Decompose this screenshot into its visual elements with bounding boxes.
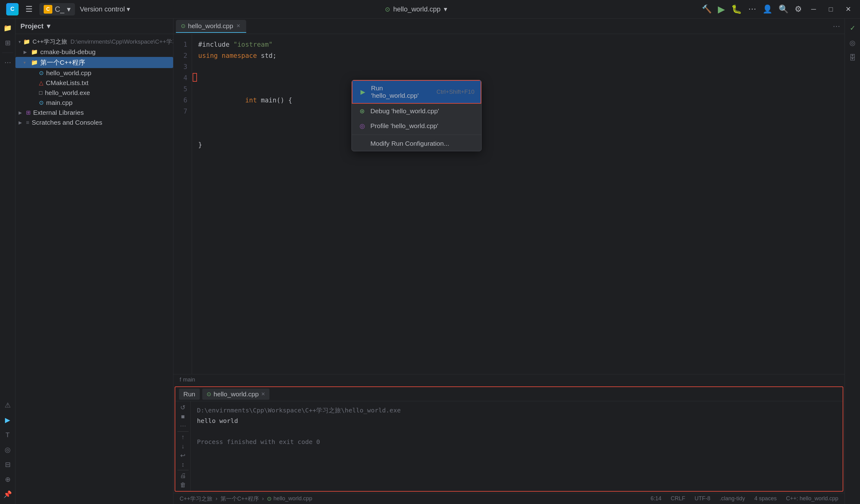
bottom-tab-close-button[interactable]: ✕: [261, 391, 265, 397]
maximize-button[interactable]: □: [825, 4, 836, 15]
project-name: C_: [55, 5, 64, 14]
menu-button[interactable]: ☰: [24, 2, 34, 16]
code-line-4: int main() {: [198, 72, 838, 117]
tab-more-button[interactable]: ⋯: [831, 20, 842, 32]
settings-button[interactable]: ⚙: [795, 4, 802, 14]
right-icon-ai[interactable]: ◎: [846, 36, 859, 49]
bottom-tab-hello[interactable]: ⊙ hello_world.cpp ✕: [202, 389, 270, 400]
tab-close-button[interactable]: ✕: [236, 23, 241, 29]
tree-item-first-prog[interactable]: ▾ 📁 第一个C++程序: [15, 57, 173, 68]
code-line-5: [198, 117, 838, 128]
print-button[interactable]: 🖨: [178, 472, 188, 479]
tree-icon-cmake-build: 📁: [31, 48, 38, 55]
tree-icon-hello-exe: □: [39, 90, 42, 96]
editor-and-panels: ⊙ hello_world.cpp ✕ ⋯ 1 2 3 4 5 6 7: [173, 18, 845, 493]
clear-button[interactable]: 🗑: [178, 481, 188, 489]
console-hello-world: hello world: [197, 416, 836, 426]
tree-item-root[interactable]: ▾ 📁 C++学习之旅 D:\envirnments\Cpp\Workspace…: [15, 36, 173, 47]
ctx-debug-item[interactable]: ⊛ Debug 'hello_world.cpp': [352, 104, 481, 118]
title-bar: C ☰ C C_ ▾ Version control ▾ ⊙ hello_wor…: [0, 0, 860, 18]
soft-wrap-button[interactable]: ↩: [178, 452, 188, 459]
ctx-modify-item[interactable]: Modify Run Configuration...: [352, 136, 481, 151]
tree-item-main-cpp[interactable]: ⊙ main.cpp: [15, 98, 173, 108]
code-content: #include "iostream" using namespace std;…: [192, 34, 845, 374]
sidebar-separator: [2, 53, 13, 53]
breadcrumb-part1: C++学习之旅: [180, 495, 213, 502]
scroll-up-button[interactable]: ↑: [178, 433, 188, 441]
sidebar-icon-problems[interactable]: ⊕: [1, 473, 14, 486]
ctx-modify-label: Modify Run Configuration...: [370, 140, 475, 147]
right-icon-db[interactable]: 🗄: [846, 51, 859, 64]
sidebar-icon-folder[interactable]: 📁: [1, 22, 14, 35]
debug-button[interactable]: 🐛: [731, 4, 742, 14]
tree-item-cmakelists[interactable]: △ CMakeLists.txt: [15, 78, 173, 88]
minimize-button[interactable]: ─: [808, 4, 819, 15]
editor-tab-hello-world[interactable]: ⊙ hello_world.cpp ✕: [176, 20, 246, 33]
project-panel: Project ▾ ▾ 📁 C++学习之旅 D:\envirnments\Cpp…: [15, 18, 173, 504]
sidebar-icon-more[interactable]: ⋯: [1, 56, 14, 69]
ctx-debug-icon: ⊛: [358, 107, 366, 115]
project-selector[interactable]: C C_ ▾: [39, 3, 75, 15]
account-button[interactable]: 👤: [762, 4, 772, 14]
sidebar-icon-pin[interactable]: 📌: [1, 488, 14, 501]
status-style[interactable]: .clang-tidy: [720, 495, 745, 502]
status-position[interactable]: 6:14: [651, 495, 661, 502]
code-line-1: #include "iostream": [198, 39, 838, 50]
tree-item-cmake-build[interactable]: ▶ 📁 cmake-build-debug: [15, 47, 173, 57]
more-options-button[interactable]: ⋯: [178, 422, 188, 429]
build-button[interactable]: 🔨: [702, 4, 712, 14]
rerun-button[interactable]: ↺: [178, 404, 188, 411]
scroll-down-button[interactable]: ↓: [178, 443, 188, 450]
ctx-debug-label: Debug 'hello_world.cpp': [370, 107, 475, 115]
ctx-profile-label: Profile 'hello_world.cpp': [370, 122, 475, 130]
sidebar-icon-structure[interactable]: ⊞: [1, 36, 14, 49]
tree-item-hello-cpp[interactable]: ⊙ hello_world.cpp: [15, 68, 173, 78]
tree-item-ext-libs[interactable]: ▶ ⊞ External Libraries: [15, 108, 173, 118]
tree-arrow-cmake-build: ▶: [24, 49, 28, 55]
sidebar-icon-terminal[interactable]: T: [1, 429, 14, 442]
breadcrumb-file-name: hello_world.cpp: [273, 495, 312, 502]
title-file-arrow: ▾: [444, 5, 447, 13]
main-content: ⊙ hello_world.cpp ✕ ⋯ 1 2 3 4 5 6 7: [173, 18, 845, 504]
project-header-arrow: ▾: [47, 22, 50, 30]
project-title: Project: [20, 22, 44, 30]
tree-item-scratches[interactable]: ▶ ≡ Scratches and Consoles: [15, 118, 173, 128]
project-tree: ▾ 📁 C++学习之旅 D:\envirnments\Cpp\Workspace…: [15, 34, 173, 504]
breadcrumb-part2: 第一个C++程序: [220, 495, 259, 502]
close-button[interactable]: ✕: [843, 4, 854, 15]
tree-icon-ext-libs: ⊞: [26, 109, 31, 116]
bottom-panel-tabs: Run ⊙ hello_world.cpp ✕: [175, 387, 843, 401]
tree-label-cmakelists: CMakeLists.txt: [46, 79, 89, 87]
breadcrumb-sep1: ›: [216, 495, 217, 502]
tree-icon-scratches: ≡: [26, 119, 29, 126]
vc-arrow: ▾: [127, 5, 130, 13]
more-actions-button[interactable]: ⋯: [748, 4, 756, 14]
breadcrumb-part3: ⊙ hello_world.cpp: [267, 495, 312, 502]
run-button[interactable]: ▶: [718, 4, 725, 15]
sidebar-icon-output[interactable]: ⊟: [1, 458, 14, 471]
code-line-3: [198, 61, 838, 72]
code-editor[interactable]: 1 2 3 4 5 6 7 #include "iostream" using …: [173, 34, 845, 374]
search-button[interactable]: 🔍: [778, 4, 788, 14]
tree-label-root: C++学习之旅 D:\envirnments\Cpp\Workspace\C++…: [32, 38, 173, 46]
tree-icon-main-cpp: ⊙: [39, 99, 44, 106]
sidebar-icon-run[interactable]: ▶: [1, 414, 14, 427]
stop-button[interactable]: ■: [178, 413, 188, 420]
right-icon-check: ✓: [846, 22, 859, 35]
status-func-name: main: [183, 376, 195, 383]
ctx-profile-item[interactable]: ◎ Profile 'hello_world.cpp': [352, 118, 481, 133]
scroll-end-button[interactable]: ↕: [178, 461, 188, 468]
tree-item-hello-exe[interactable]: □ hello_world.exe: [15, 88, 173, 98]
sidebar-icon-services[interactable]: ◎: [1, 443, 14, 456]
status-indent[interactable]: 4 spaces: [755, 495, 777, 502]
status-file-type[interactable]: C++: hello_world.cpp: [786, 495, 838, 502]
vc-label: Version control: [80, 5, 125, 13]
ctx-run-item[interactable]: ▶ Run 'hello_world.cpp' Ctrl+Shift+F10: [352, 80, 481, 104]
status-line-ending[interactable]: CRLF: [671, 495, 685, 502]
status-bar-right: 6:14 CRLF UTF-8 .clang-tidy 4 spaces C++…: [651, 495, 838, 502]
bottom-tab-run[interactable]: Run: [179, 389, 200, 400]
sidebar-icon-warnings[interactable]: ⚠: [1, 399, 14, 412]
title-file-icon: ⊙: [385, 5, 390, 13]
status-encoding[interactable]: UTF-8: [694, 495, 711, 502]
version-control-button[interactable]: Version control ▾: [80, 5, 130, 13]
